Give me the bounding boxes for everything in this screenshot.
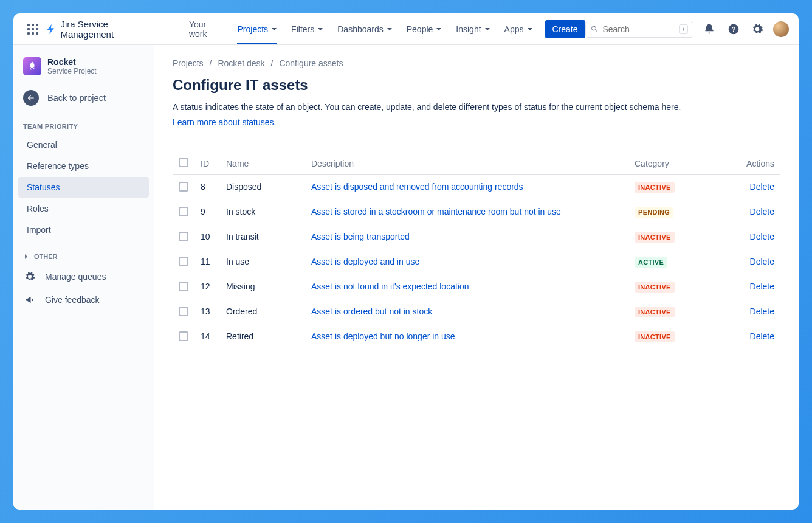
category-badge: INACTIVE — [635, 232, 675, 243]
row-checkbox[interactable] — [179, 207, 188, 216]
row-description-link[interactable]: Asset is deployed but no longer in use — [311, 331, 455, 341]
row-checkbox[interactable] — [179, 331, 188, 341]
help-icon[interactable]: ? — [725, 21, 742, 38]
row-checkbox[interactable] — [179, 182, 188, 192]
table-row: 8DisposedAsset is disposed and removed f… — [173, 175, 780, 200]
app-switcher-icon[interactable] — [23, 19, 43, 39]
nav-insight[interactable]: Insight — [452, 13, 494, 44]
gear-icon — [24, 271, 35, 282]
nav-dashboards[interactable]: Dashboards — [333, 13, 396, 44]
delete-link[interactable]: Delete — [750, 182, 774, 192]
category-badge: INACTIVE — [635, 182, 675, 193]
row-description-link[interactable]: Asset is not found in it's expected loca… — [311, 282, 469, 291]
search-box[interactable]: / — [585, 21, 694, 38]
product-logo[interactable]: Jira Service Management — [45, 19, 163, 40]
svg-rect-1 — [32, 24, 34, 26]
row-id: 10 — [194, 225, 220, 250]
create-button[interactable]: Create — [545, 20, 585, 38]
svg-text:?: ? — [731, 25, 735, 33]
delete-link[interactable]: Delete — [750, 331, 774, 341]
svg-rect-2 — [36, 24, 38, 26]
row-description-link[interactable]: Asset is being transported — [311, 232, 410, 241]
delete-link[interactable]: Delete — [750, 257, 774, 266]
sidebar-item-import[interactable]: Import — [18, 220, 149, 240]
sidebar-item-statuses[interactable]: Statuses — [18, 177, 149, 198]
nav-filters[interactable]: Filters — [287, 13, 327, 44]
search-icon — [591, 24, 598, 33]
select-all-checkbox[interactable] — [179, 158, 188, 167]
project-header: Rocket Service Project — [13, 55, 154, 81]
row-description-link[interactable]: Asset is ordered but not in stock — [311, 307, 432, 316]
project-name: Rocket — [47, 57, 97, 67]
sidebar-item-roles[interactable]: Roles — [18, 198, 149, 219]
col-id[interactable]: ID — [194, 153, 220, 175]
row-checkbox[interactable] — [179, 307, 188, 316]
delete-link[interactable]: Delete — [750, 282, 774, 291]
svg-rect-3 — [27, 28, 30, 30]
breadcrumb-rocket-desk[interactable]: Rocket desk — [218, 58, 264, 68]
megaphone-icon — [24, 294, 35, 305]
row-description-link[interactable]: Asset is stored in a stockroom or mainte… — [311, 207, 561, 216]
row-name: Ordered — [220, 300, 305, 325]
category-badge: INACTIVE — [635, 282, 675, 293]
col-actions: Actions — [732, 153, 780, 175]
row-id: 12 — [194, 275, 220, 300]
sidebar-give-feedback[interactable]: Give feedback — [13, 288, 154, 311]
back-to-project[interactable]: Back to project — [13, 81, 154, 114]
breadcrumb: Projects / Rocket desk / Configure asset… — [173, 58, 780, 68]
section-other-toggle[interactable]: OTHER — [13, 241, 154, 265]
arrow-left-icon — [23, 90, 39, 106]
row-name: Disposed — [220, 175, 305, 200]
row-checkbox[interactable] — [179, 282, 188, 291]
col-name[interactable]: Name — [220, 153, 305, 175]
row-name: In stock — [220, 200, 305, 225]
row-description-link[interactable]: Asset is deployed and in use — [311, 257, 419, 266]
delete-link[interactable]: Delete — [750, 207, 774, 216]
breadcrumb-configure-assets[interactable]: Configure assets — [279, 58, 343, 68]
sidebar-item-general[interactable]: General — [18, 134, 149, 155]
row-name: In use — [220, 250, 305, 275]
section-team-priority: TEAM PRIORITY — [13, 114, 154, 134]
nav-people[interactable]: People — [402, 13, 446, 44]
chevron-right-icon — [23, 254, 29, 260]
search-input[interactable] — [601, 24, 679, 35]
col-description[interactable]: Description — [305, 153, 628, 175]
row-description-link[interactable]: Asset is disposed and removed from accou… — [311, 182, 523, 192]
sidebar-manage-queues[interactable]: Manage queues — [13, 265, 154, 288]
page-description: A status indicates the state of an objec… — [173, 101, 780, 114]
table-row: 9In stockAsset is stored in a stockroom … — [173, 200, 780, 225]
table-row: 14RetiredAsset is deployed but no longer… — [173, 325, 780, 350]
svg-rect-6 — [27, 32, 30, 35]
product-name: Jira Service Management — [61, 19, 163, 40]
row-checkbox[interactable] — [179, 232, 188, 241]
nav-apps[interactable]: Apps — [500, 13, 537, 44]
settings-icon[interactable] — [749, 21, 766, 38]
col-category[interactable]: Category — [628, 153, 732, 175]
table-row: 12MissingAsset is not found in it's expe… — [173, 275, 780, 300]
svg-rect-7 — [32, 32, 34, 35]
notifications-icon[interactable] — [701, 21, 718, 38]
delete-link[interactable]: Delete — [750, 232, 774, 241]
user-avatar[interactable] — [773, 21, 789, 37]
category-badge: INACTIVE — [635, 307, 675, 317]
delete-link[interactable]: Delete — [750, 307, 774, 316]
learn-more-link[interactable]: Learn more about statuses. — [173, 117, 780, 127]
sidebar-item-reference-types[interactable]: Reference types — [18, 156, 149, 176]
page-title: Configure IT assets — [173, 77, 780, 94]
row-checkbox[interactable] — [179, 257, 188, 266]
search-shortcut-hint: / — [679, 24, 688, 34]
back-label: Back to project — [47, 93, 106, 103]
nav-your-work[interactable]: Your work — [185, 13, 227, 44]
table-row: 11In useAsset is deployed and in useACTI… — [173, 250, 780, 275]
row-id: 14 — [194, 325, 220, 350]
row-name: In transit — [220, 225, 305, 250]
svg-rect-4 — [32, 28, 34, 30]
svg-rect-5 — [36, 28, 38, 30]
nav-projects[interactable]: Projects — [233, 13, 281, 44]
category-badge: ACTIVE — [635, 257, 667, 268]
statuses-table: ID Name Description Category Actions 8Di… — [173, 153, 780, 350]
breadcrumb-projects[interactable]: Projects — [173, 58, 204, 68]
category-badge: INACTIVE — [635, 331, 675, 342]
row-id: 13 — [194, 300, 220, 325]
row-id: 8 — [194, 175, 220, 200]
